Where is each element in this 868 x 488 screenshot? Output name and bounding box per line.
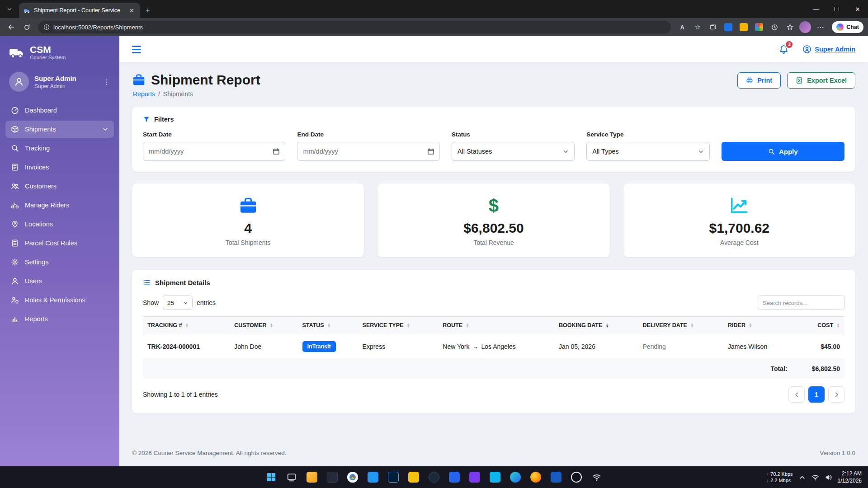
export-excel-button[interactable]: Export Excel [787, 72, 855, 89]
browser-toolbar: localhost:5002/Reports/Shipments A ☆ ⋯ C… [0, 18, 868, 36]
read-aloud-icon[interactable]: A [675, 20, 689, 34]
col-header-route[interactable]: ROUTE▲▼ [438, 317, 554, 334]
task-view-button[interactable] [283, 468, 300, 486]
browser-tab[interactable]: Shipment Report - Courier Service ✕ [19, 3, 140, 18]
hamburger-menu-icon[interactable] [132, 46, 141, 53]
photoshop-icon[interactable] [385, 468, 402, 486]
taskbar-clock[interactable]: 2:12 AM 1/12/2026 [838, 470, 862, 484]
maximize-button[interactable] [826, 0, 847, 18]
col-header-customer[interactable]: CUSTOMER▲▼ [230, 317, 297, 334]
calendar-icon[interactable] [427, 148, 434, 155]
collections-icon[interactable] [706, 20, 720, 34]
security-app-icon[interactable] [446, 468, 463, 486]
next-page-button[interactable] [828, 386, 844, 403]
notifications-button[interactable]: 3 [778, 44, 789, 55]
sidebar-item-customers[interactable]: Customers [5, 178, 114, 195]
history-icon[interactable] [768, 20, 781, 34]
network-speed-widget[interactable]: ↑ 70.2 Kbps ↓ 2.2 Mbps [767, 471, 793, 484]
sidebar-item-dashboard[interactable]: Dashboard [5, 102, 114, 119]
notification-badge: 3 [785, 40, 793, 49]
extension-blue-icon[interactable] [722, 20, 735, 34]
docker-icon[interactable] [486, 468, 504, 486]
location-pin-icon [11, 220, 19, 228]
breadcrumb-reports-link[interactable]: Reports [133, 90, 155, 98]
word-icon[interactable] [547, 468, 565, 486]
copilot-icon [836, 23, 844, 31]
favorites-star-icon[interactable]: ☆ [691, 20, 704, 34]
shipments-table: TRACKING #▲▼ CUSTOMER▲▼ STATUS▲▼ SERVICE… [143, 316, 844, 378]
service-type-select[interactable]: All Types [586, 142, 709, 161]
tab-favicon-truck-icon [24, 7, 30, 14]
end-date-input[interactable] [297, 142, 439, 161]
back-button[interactable] [5, 20, 18, 34]
tab-search-button[interactable] [0, 0, 19, 18]
wifi-tool-icon[interactable] [588, 468, 605, 486]
minimize-button[interactable]: — [806, 0, 826, 18]
page-number-button[interactable]: 1 [808, 386, 825, 403]
col-header-booking-date[interactable]: BOOKING DATE▲▼ [554, 317, 638, 334]
refresh-button[interactable] [20, 20, 33, 34]
sidebar-item-shipments[interactable]: Shipments [5, 121, 114, 138]
upload-speed: 70.2 Kbps [770, 471, 793, 477]
address-bar[interactable]: localhost:5002/Reports/Shipments [38, 21, 671, 33]
browser-essentials-icon[interactable] [783, 20, 797, 34]
obs-icon[interactable] [568, 468, 585, 486]
sidebar-item-reports[interactable]: Reports [5, 310, 114, 328]
sidebar-item-manage-riders[interactable]: Manage Riders [5, 197, 114, 214]
page-scroll-area[interactable]: Shipment Report Reports / Shipments [119, 62, 868, 466]
sidebar-item-tracking[interactable]: Tracking [5, 140, 114, 157]
app-viewport: CSM Courier System Super Admin Super Adm… [0, 36, 868, 466]
records-search-input[interactable] [758, 296, 844, 310]
sidebar-item-roles-permissions[interactable]: Roles & Permissions [5, 291, 114, 309]
files-app-icon[interactable] [303, 468, 321, 486]
table-row[interactable]: TRK-2024-000001 John Doe InTransit Expre… [143, 334, 844, 359]
chrome-icon[interactable] [344, 468, 361, 486]
user-menu-icon[interactable]: ⋮ [103, 78, 110, 86]
wifi-icon[interactable] [811, 474, 819, 481]
firefox-icon[interactable] [527, 468, 544, 486]
start-button[interactable] [263, 468, 280, 486]
col-header-cost[interactable]: COST▲▼ [792, 317, 844, 334]
extension-yellow-icon[interactable] [737, 20, 750, 34]
vscode-insiders-icon[interactable] [466, 468, 483, 486]
printer-icon [746, 77, 753, 84]
apply-button[interactable]: Apply [722, 142, 844, 161]
export-excel-label: Export Excel [807, 77, 847, 84]
profile-avatar[interactable] [798, 20, 812, 34]
sidebar-item-label: Dashboard [25, 107, 57, 114]
col-header-rider[interactable]: RIDER▲▼ [723, 317, 792, 334]
sidebar-item-settings[interactable]: Settings [5, 253, 114, 271]
col-header-tracking[interactable]: TRACKING #▲▼ [143, 317, 230, 334]
start-date-input[interactable] [143, 142, 285, 161]
volume-icon[interactable] [825, 474, 832, 481]
chat-button[interactable]: Chat [832, 21, 863, 33]
topbar-user-link[interactable]: Super Admin [802, 45, 855, 54]
prev-page-button[interactable] [788, 386, 805, 403]
settings-more-icon[interactable]: ⋯ [814, 20, 827, 34]
col-header-delivery-date[interactable]: DELIVERY DATE▲▼ [638, 317, 724, 334]
sidebar-item-invoices[interactable]: Invoices [5, 159, 114, 176]
search-icon [11, 144, 19, 152]
new-tab-button[interactable]: + [140, 3, 156, 18]
sidebar-item-label: Reports [25, 315, 48, 323]
sidebar-item-parcel-cost-rules[interactable]: Parcel Cost Rules [5, 235, 114, 252]
sidebar-item-locations[interactable]: Locations [5, 216, 114, 233]
edge-icon[interactable] [507, 468, 524, 486]
print-button[interactable]: Print [737, 72, 781, 89]
page-size-select[interactable]: 25 [163, 296, 193, 310]
extension-multicolor-icon[interactable] [752, 20, 766, 34]
sidebar-user-name: Super Admin [34, 75, 76, 82]
terminal-app-icon[interactable] [324, 468, 341, 486]
office-app-icon[interactable] [405, 468, 422, 486]
col-header-status[interactable]: STATUS▲▼ [298, 317, 358, 334]
steam-icon[interactable] [425, 468, 443, 486]
calendar-icon[interactable] [273, 148, 280, 155]
sidebar-item-users[interactable]: Users [5, 272, 114, 290]
hidden-icons-chevron[interactable] [798, 474, 806, 481]
close-button[interactable]: ✕ [847, 0, 868, 18]
status-select[interactable]: All Statuses [452, 142, 575, 161]
tab-title: Shipment Report - Courier Service [34, 7, 124, 14]
vscode-icon[interactable] [364, 468, 382, 486]
col-header-service-type[interactable]: SERVICE TYPE▲▼ [358, 317, 439, 334]
tab-close-icon[interactable]: ✕ [128, 7, 136, 14]
